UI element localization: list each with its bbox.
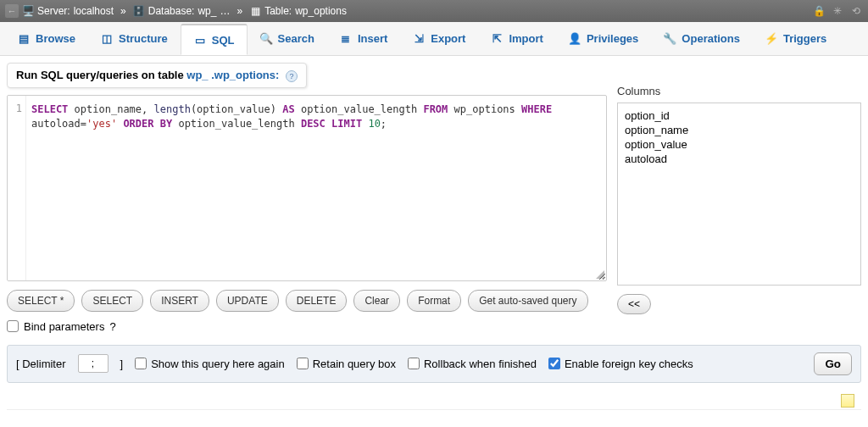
columns-list[interactable]: option_id option_name option_value autol… [617, 103, 861, 286]
resize-handle[interactable] [596, 270, 604, 279]
tab-search[interactable]: 🔍Search [248, 22, 327, 55]
query-footer: [ Delimiter ] Show this query here again… [7, 345, 861, 383]
sql-icon: ▭ [193, 33, 207, 47]
export-icon: ⇲ [412, 32, 426, 46]
column-item[interactable]: option_id [623, 108, 855, 123]
show-again-label: Show this query here again [151, 358, 285, 370]
tab-sql[interactable]: ▭SQL [181, 24, 248, 55]
privileges-icon: 👤 [568, 32, 581, 46]
tab-structure[interactable]: ◫Structure [88, 22, 181, 55]
import-icon: ⇱ [490, 32, 504, 46]
table-icon: ▦ [249, 5, 261, 17]
refresh-icon[interactable]: ⟲ [849, 4, 863, 18]
clear-button[interactable]: Clear [353, 290, 400, 312]
structure-icon: ◫ [100, 32, 114, 46]
query-header: Run SQL query/queries on table wp_ .wp_o… [7, 63, 307, 88]
column-item[interactable]: option_name [623, 123, 855, 137]
tab-import[interactable]: ⇱Import [478, 22, 555, 55]
insert-button[interactable]: INSERT [150, 290, 209, 312]
help-icon[interactable]: ? [286, 70, 298, 82]
delimiter-label: Delimiter [22, 358, 65, 370]
rollback-label: Rollback when finished [424, 358, 537, 370]
lock-icon[interactable]: 🔒 [812, 4, 826, 18]
back-button[interactable]: ← [5, 4, 19, 18]
columns-title: Columns [617, 85, 861, 97]
sql-code[interactable]: SELECT option_name, length(option_value)… [26, 96, 606, 280]
retain-label: Retain query box [313, 358, 396, 370]
db-label: Database: [148, 5, 195, 17]
insert-icon: ≣ [339, 32, 353, 46]
note-icon[interactable] [841, 394, 854, 408]
search-icon: 🔍 [259, 32, 273, 46]
fk-checkbox[interactable] [548, 358, 560, 369]
operations-icon: 🔧 [663, 32, 676, 46]
help-icon[interactable]: ? [109, 320, 115, 333]
tab-browse[interactable]: ▤Browse [5, 22, 88, 55]
sql-editor[interactable]: 1 SELECT option_name, length(option_valu… [7, 95, 607, 281]
triggers-icon: ⚡ [765, 32, 778, 46]
line-gutter: 1 [8, 96, 26, 280]
update-button[interactable]: UPDATE [216, 290, 279, 312]
delete-button[interactable]: DELETE [286, 290, 348, 312]
format-button[interactable]: Format [407, 290, 461, 312]
table-name[interactable]: wp_options [295, 5, 347, 17]
server-name[interactable]: localhost [74, 5, 114, 17]
insert-column-button[interactable]: << [617, 294, 651, 314]
table-label: Table: [264, 5, 292, 17]
query-header-prefix: Run SQL query/queries on table [16, 69, 186, 81]
browse-icon: ▤ [17, 32, 31, 46]
db-name[interactable]: wp_ [198, 5, 216, 17]
autosave-button[interactable]: Get auto-saved query [468, 290, 587, 312]
retain-checkbox[interactable] [297, 358, 309, 369]
column-item[interactable]: option_value [623, 137, 855, 152]
database-icon: 🗄️ [133, 5, 145, 17]
gear-icon[interactable]: ✳ [831, 4, 844, 18]
delimiter-input[interactable] [78, 354, 108, 373]
query-header-table: wp_ .wp_options: [186, 69, 279, 81]
server-label: Server: [37, 5, 70, 17]
tab-export[interactable]: ⇲Export [400, 22, 478, 55]
select-button[interactable]: SELECT [81, 290, 143, 312]
server-icon: 🖥️ [22, 5, 34, 17]
rollback-checkbox[interactable] [408, 358, 420, 369]
tab-privileges[interactable]: 👤Privileges [556, 22, 651, 55]
go-button[interactable]: Go [814, 352, 852, 375]
tab-insert[interactable]: ≣Insert [327, 22, 400, 55]
bind-params-label: Bind parameters [24, 320, 104, 333]
bind-params-checkbox[interactable] [7, 320, 19, 332]
breadcrumb-bar: ← 🖥️ Server: localhost » 🗄️ Database: wp… [0, 0, 868, 22]
fk-label: Enable foreign key checks [565, 358, 693, 370]
tab-bar: ▤Browse ◫Structure ▭SQL 🔍Search ≣Insert … [0, 22, 868, 56]
show-again-checkbox[interactable] [135, 358, 147, 369]
breadcrumb: 🖥️ Server: localhost » 🗄️ Database: wp_ … [22, 5, 347, 17]
column-item[interactable]: autoload [623, 152, 855, 166]
tab-triggers[interactable]: ⚡Triggers [753, 22, 839, 55]
select-star-button[interactable]: SELECT * [7, 290, 75, 312]
tab-operations[interactable]: 🔧Operations [651, 22, 753, 55]
